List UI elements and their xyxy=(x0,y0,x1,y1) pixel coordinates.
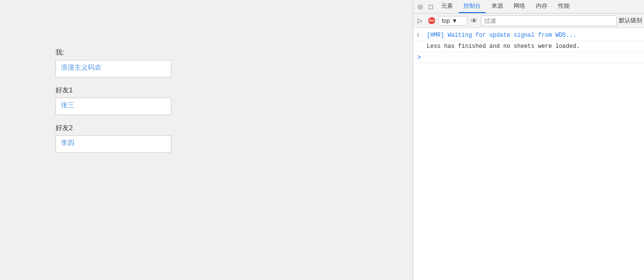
tab-sources[interactable]: 来源 xyxy=(487,0,508,13)
tab-elements[interactable]: 元素 xyxy=(436,0,458,13)
context-label: top xyxy=(442,17,450,24)
console-toolbar: ▷ ⛔ top ▼ 👁 默认级别 xyxy=(413,14,644,28)
friend2-field-group: 好友2 李四 xyxy=(56,124,413,153)
tab-network[interactable]: 网络 xyxy=(509,0,530,13)
log-level-selector[interactable]: 默认级别 xyxy=(619,16,642,25)
eye-icon[interactable]: 👁 xyxy=(469,16,479,26)
console-line-prompt[interactable]: > xyxy=(413,52,644,63)
devtools-panel: ◎ ◻ 元素 控制台 来源 网络 内存 性能 ▷ ⛔ top ▼ 👁 默认级别 … xyxy=(413,0,644,280)
hmr-text: [HMR] Waiting for update signal from WDS… xyxy=(427,31,576,40)
tab-console[interactable]: 控制台 xyxy=(459,0,486,13)
prompt-text: > xyxy=(417,53,421,62)
me-input[interactable]: 浪漫主义码农 xyxy=(56,60,171,77)
friend1-input[interactable]: 张三 xyxy=(56,98,171,115)
console-output: ℹ [HMR] Waiting for update signal from W… xyxy=(413,28,644,280)
me-field-group: 我: 浪漫主义码农 xyxy=(56,48,413,77)
inspect-icon[interactable]: ◎ xyxy=(415,2,425,12)
info-text: Less has finished and no sheets were loa… xyxy=(427,42,580,51)
tab-memory[interactable]: 内存 xyxy=(531,0,552,13)
clear-console-icon[interactable]: ▷ xyxy=(415,16,425,26)
filter-input[interactable] xyxy=(481,15,617,26)
context-selector[interactable]: top ▼ xyxy=(438,16,467,26)
app-panel: 我: 浪漫主义码农 好友1 张三 好友2 李四 xyxy=(0,0,413,280)
console-line-info: Less has finished and no sheets were loa… xyxy=(413,41,644,52)
friend1-label: 好友1 xyxy=(56,86,413,95)
friend2-label: 好友2 xyxy=(56,124,413,133)
chevron-down-icon: ▼ xyxy=(452,17,458,24)
device-icon[interactable]: ◻ xyxy=(426,2,435,12)
tab-performance[interactable]: 性能 xyxy=(553,0,574,13)
friend2-input[interactable]: 李四 xyxy=(56,135,171,153)
console-line-hmr: ℹ [HMR] Waiting for update signal from W… xyxy=(413,30,644,41)
block-icon[interactable]: ⛔ xyxy=(427,16,436,26)
devtools-tabs: ◎ ◻ 元素 控制台 来源 网络 内存 性能 xyxy=(413,0,644,14)
me-label: 我: xyxy=(56,48,413,57)
info-icon: ℹ xyxy=(417,31,425,40)
friend1-field-group: 好友1 张三 xyxy=(56,86,413,115)
